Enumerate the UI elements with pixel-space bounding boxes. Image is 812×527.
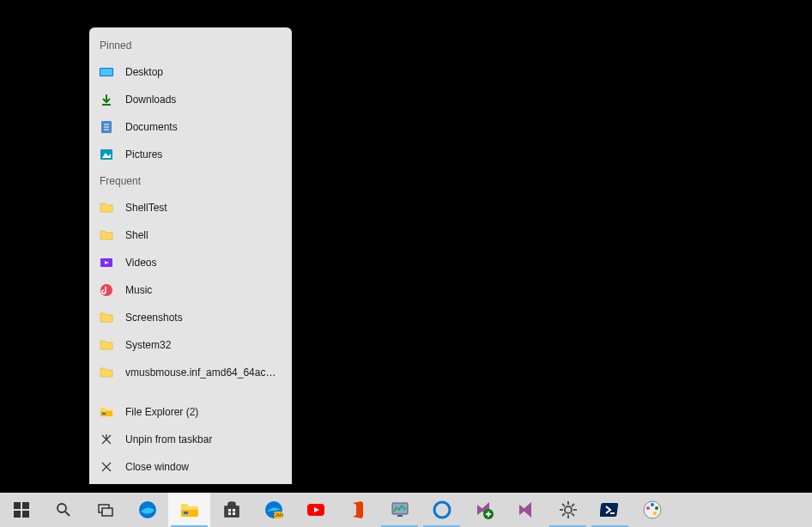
svg-rect-13 bbox=[102, 413, 106, 415]
svg-text:CAN: CAN bbox=[272, 512, 283, 518]
frequent-item-label: Videos bbox=[125, 257, 156, 269]
frequent-item-label: Screenshots bbox=[125, 312, 183, 324]
pinned-item-pictures[interactable]: Pictures bbox=[89, 141, 292, 168]
pinned-item-label: Pictures bbox=[125, 148, 162, 161]
taskbar-file-explorer[interactable] bbox=[168, 493, 210, 527]
taskbar-youtube[interactable] bbox=[294, 493, 336, 527]
folder-icon bbox=[100, 201, 113, 215]
taskbar-office[interactable] bbox=[336, 493, 379, 527]
svg-rect-16 bbox=[14, 511, 21, 518]
file-explorer-jumplist: Pinned Desktop Downloads Documents Pictu… bbox=[89, 27, 292, 484]
store-icon bbox=[221, 500, 242, 520]
taskbar-vs-installer[interactable] bbox=[463, 493, 505, 527]
svg-line-43 bbox=[562, 504, 565, 506]
svg-rect-26 bbox=[233, 509, 235, 512]
svg-point-52 bbox=[653, 512, 657, 515]
taskbar-edge[interactable] bbox=[126, 493, 168, 527]
start-button[interactable] bbox=[0, 493, 42, 527]
svg-line-19 bbox=[65, 512, 70, 516]
svg-rect-28 bbox=[233, 512, 235, 515]
powershell-icon bbox=[600, 500, 621, 520]
frequent-item-system32[interactable]: System32 bbox=[89, 331, 292, 359]
vs-installer-icon bbox=[474, 500, 494, 520]
visual-studio-icon bbox=[516, 500, 536, 520]
svg-point-51 bbox=[655, 506, 658, 510]
folder-icon bbox=[100, 311, 113, 324]
pinned-section-header: Pinned bbox=[89, 33, 292, 58]
gear-icon bbox=[558, 500, 579, 520]
task-view-button[interactable] bbox=[84, 493, 126, 527]
downloads-icon bbox=[100, 93, 113, 106]
monitor-icon bbox=[390, 500, 410, 520]
frequent-item-label: Shell bbox=[125, 229, 148, 241]
action-label: File Explorer (2) bbox=[125, 406, 198, 418]
svg-rect-17 bbox=[22, 511, 29, 518]
taskbar-paint[interactable] bbox=[631, 493, 673, 527]
cortana-icon bbox=[432, 500, 452, 520]
frequent-item-shelltest[interactable]: ShellTest bbox=[89, 194, 292, 221]
taskbar-edge-canary[interactable]: CAN bbox=[252, 493, 294, 527]
action-unpin[interactable]: Unpin from taskbar bbox=[89, 426, 292, 453]
svg-point-49 bbox=[646, 506, 650, 510]
file-explorer-icon bbox=[179, 500, 200, 520]
frequent-item-label: System32 bbox=[125, 339, 171, 351]
taskbar-powershell[interactable] bbox=[589, 493, 631, 527]
taskbar-settings[interactable] bbox=[547, 493, 589, 527]
frequent-item-label: Music bbox=[125, 284, 152, 296]
task-view-icon bbox=[95, 500, 116, 520]
pinned-item-desktop[interactable]: Desktop bbox=[89, 58, 292, 86]
folder-icon bbox=[100, 228, 113, 242]
search-icon bbox=[53, 500, 74, 520]
folder-icon bbox=[100, 338, 113, 352]
svg-line-45 bbox=[562, 513, 565, 516]
pictures-icon bbox=[100, 148, 113, 161]
taskbar-store[interactable] bbox=[210, 493, 252, 527]
documents-icon bbox=[100, 120, 113, 134]
action-label: Unpin from taskbar bbox=[125, 433, 212, 445]
svg-rect-14 bbox=[14, 502, 21, 509]
search-button[interactable] bbox=[42, 493, 84, 527]
frequent-item-vmusbmouse[interactable]: vmusbmouse.inf_amd64_64ac7a0a... bbox=[89, 359, 292, 386]
frequent-section-header: Frequent bbox=[89, 168, 292, 194]
action-close-window[interactable]: Close window bbox=[89, 453, 292, 481]
close-icon bbox=[100, 460, 113, 474]
svg-rect-25 bbox=[228, 509, 231, 512]
frequent-item-music[interactable]: Music bbox=[89, 276, 292, 304]
taskbar-cortana[interactable] bbox=[421, 493, 463, 527]
pinned-item-label: Downloads bbox=[125, 94, 176, 106]
pinned-item-documents[interactable]: Documents bbox=[89, 113, 292, 141]
svg-rect-35 bbox=[397, 515, 403, 517]
svg-rect-27 bbox=[228, 512, 231, 515]
unpin-icon bbox=[100, 433, 113, 446]
taskbar-sysinfo[interactable] bbox=[379, 493, 421, 527]
svg-rect-1 bbox=[100, 69, 112, 76]
svg-point-18 bbox=[58, 504, 66, 512]
frequent-item-label: ShellTest bbox=[125, 202, 167, 214]
action-file-explorer[interactable]: File Explorer (2) bbox=[89, 398, 292, 426]
edge-canary-icon: CAN bbox=[264, 500, 284, 520]
svg-rect-15 bbox=[22, 502, 29, 509]
svg-line-46 bbox=[572, 504, 574, 506]
frequent-item-videos[interactable]: Videos bbox=[89, 249, 292, 276]
folder-icon bbox=[100, 366, 113, 379]
frequent-item-shell[interactable]: Shell bbox=[89, 221, 292, 249]
svg-point-38 bbox=[565, 506, 572, 513]
taskbar-visual-studio[interactable] bbox=[505, 493, 547, 527]
svg-point-50 bbox=[651, 503, 654, 506]
windows-logo-icon bbox=[11, 500, 32, 520]
pinned-item-label: Desktop bbox=[125, 66, 163, 78]
svg-rect-21 bbox=[102, 508, 112, 516]
desktop-icon bbox=[100, 65, 113, 79]
svg-point-36 bbox=[434, 502, 450, 518]
frequent-item-label: vmusbmouse.inf_amd64_64ac7a0a... bbox=[125, 366, 282, 379]
action-label: Close window bbox=[125, 461, 189, 473]
taskbar: CAN bbox=[0, 493, 812, 527]
frequent-item-screenshots[interactable]: Screenshots bbox=[89, 304, 292, 331]
youtube-icon bbox=[306, 500, 326, 520]
videos-icon bbox=[100, 256, 113, 270]
paint-icon bbox=[642, 500, 663, 520]
pinned-item-label: Documents bbox=[125, 121, 178, 133]
file-explorer-icon bbox=[100, 405, 113, 419]
svg-line-44 bbox=[572, 513, 574, 516]
pinned-item-downloads[interactable]: Downloads bbox=[89, 86, 292, 113]
